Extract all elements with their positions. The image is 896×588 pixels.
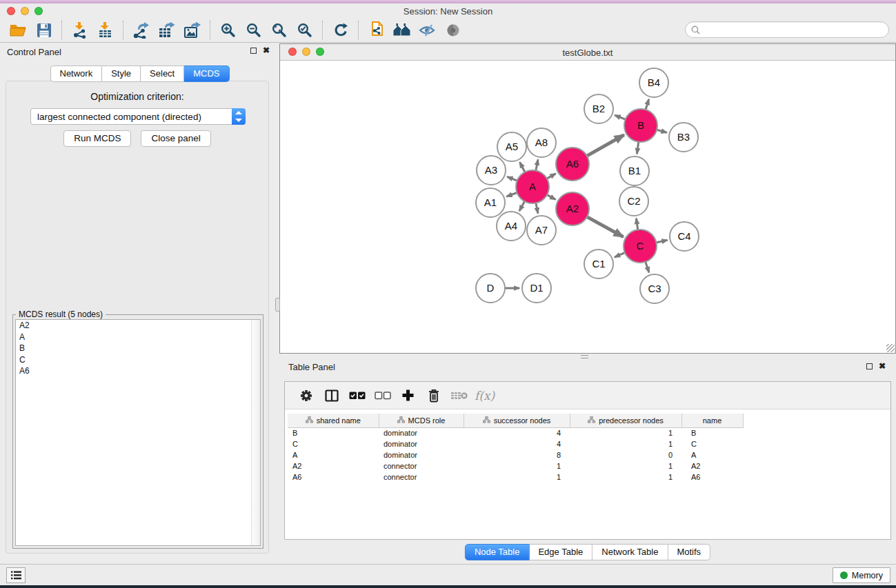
graph-node-A[interactable]: A (516, 170, 549, 203)
run-mcds-button[interactable]: Run MCDS (63, 130, 131, 147)
table-settings-button[interactable] (293, 385, 319, 407)
table-cell[interactable]: 8 (464, 449, 570, 460)
graph-node-B2[interactable]: B2 (584, 94, 613, 123)
close-panel-icon[interactable]: ✖ (263, 47, 270, 54)
table-cell[interactable]: 1 (464, 472, 570, 483)
table-cell[interactable]: A2 (681, 460, 743, 472)
mcds-result-item[interactable]: A2 (16, 320, 260, 332)
task-history-button[interactable] (6, 567, 26, 583)
table-cell[interactable]: 1 (570, 438, 681, 449)
delete-table-button[interactable] (446, 385, 472, 407)
export-image-button[interactable] (179, 20, 205, 41)
column-header-shared-name[interactable]: shared name (288, 414, 379, 427)
import-table-button[interactable] (92, 20, 118, 41)
graph-node-A5[interactable]: A5 (497, 132, 526, 161)
column-header-MCDS-role[interactable]: MCDS role (379, 414, 464, 427)
mcds-result-item[interactable]: C (16, 354, 260, 366)
zoom-fit-button[interactable] (266, 20, 292, 41)
graph-node-C4[interactable]: C4 (670, 222, 699, 251)
export-table-button[interactable] (154, 20, 179, 41)
table-cell[interactable]: dominator (379, 438, 464, 449)
table-cell[interactable]: A (288, 449, 379, 460)
table-cell[interactable]: C (681, 438, 743, 449)
close-table-panel-icon[interactable]: ✖ (879, 363, 886, 369)
table-cell[interactable]: C (288, 438, 379, 449)
table-row[interactable]: Adominator80A (288, 449, 743, 460)
table-cell[interactable]: dominator (379, 449, 464, 460)
import-network-button[interactable] (67, 20, 92, 41)
graph-node-B4[interactable]: B4 (639, 68, 668, 97)
show-panels-button[interactable] (440, 20, 466, 41)
table-row[interactable]: A6connector11A6 (288, 472, 743, 483)
float-panel-icon[interactable] (250, 48, 257, 54)
window-resize-handle[interactable] (886, 344, 895, 352)
mcds-result-list[interactable]: A2ABCA6 (15, 319, 261, 546)
network-document-button[interactable] (364, 20, 389, 41)
table-cell[interactable]: A2 (288, 460, 379, 472)
tab-edge-table[interactable]: Edge Table (529, 544, 593, 560)
table-cell[interactable]: A6 (681, 472, 743, 483)
result-scrollbar[interactable] (251, 320, 260, 545)
function-builder-button[interactable]: f(x) (475, 389, 495, 403)
hide-panels-button[interactable] (415, 20, 440, 41)
tab-select[interactable]: Select (141, 65, 184, 82)
table-cell[interactable]: B (681, 427, 743, 438)
refresh-view-button[interactable] (328, 20, 353, 41)
zoom-out-button[interactable] (241, 20, 266, 41)
memory-button[interactable]: Memory (833, 567, 890, 583)
column-header-successor-nodes[interactable]: successor nodes (464, 414, 570, 427)
graph-node-D1[interactable]: D1 (522, 274, 551, 303)
column-header-name[interactable]: name (681, 414, 743, 427)
search-input[interactable] (704, 25, 883, 34)
table-cell[interactable]: dominator (379, 427, 464, 438)
graph-node-C1[interactable]: C1 (584, 250, 613, 278)
network-canvas[interactable]: B4B2BB3A5A8A6B1A3AA1C2A2A4A7C4CC1C3DD1 (280, 61, 895, 353)
home-button[interactable] (389, 20, 415, 41)
graph-edge-A6-B[interactable] (586, 135, 624, 156)
create-column-button[interactable] (395, 385, 421, 407)
graph-node-B[interactable]: B (624, 109, 657, 142)
zoom-selected-button[interactable] (292, 20, 317, 41)
optimization-criterion-dropdown[interactable]: largest connected component (directed) (30, 108, 246, 125)
graph-edge-A2-C[interactable] (586, 216, 623, 237)
table-cell[interactable]: 1 (464, 460, 570, 472)
table-cell[interactable]: connector (379, 460, 464, 472)
search-field[interactable] (685, 21, 889, 38)
graph-node-C2[interactable]: C2 (619, 187, 648, 216)
table-row[interactable]: Bdominator41B (288, 427, 743, 438)
open-session-button[interactable] (6, 20, 31, 41)
splitter-grip-vertical[interactable] (275, 298, 280, 312)
zoom-in-button[interactable] (215, 20, 241, 41)
graph-node-D[interactable]: D (476, 274, 505, 303)
tab-style[interactable]: Style (102, 65, 141, 82)
table-cell[interactable]: A6 (288, 472, 379, 483)
graph-node-C3[interactable]: C3 (640, 274, 669, 303)
table-cell[interactable]: 0 (570, 449, 681, 460)
table-row[interactable]: Cdominator41C (288, 438, 743, 449)
table-row[interactable]: A2connector11A2 (288, 460, 743, 472)
graph-node-A6[interactable]: A6 (556, 148, 589, 181)
close-panel-button[interactable]: Close panel (141, 130, 210, 147)
mcds-result-item[interactable]: B (16, 343, 260, 354)
delete-column-button[interactable] (421, 385, 446, 407)
tab-node-table[interactable]: Node Table (465, 544, 530, 560)
graph-node-C[interactable]: C (624, 230, 657, 263)
show-column-button[interactable] (319, 385, 344, 407)
tab-mcds[interactable]: MCDS (184, 65, 229, 82)
graph-node-A4[interactable]: A4 (497, 212, 526, 241)
graph-node-A8[interactable]: A8 (527, 128, 556, 157)
table-cell[interactable]: 1 (570, 460, 681, 472)
splitter-grip-horizontal[interactable] (581, 355, 588, 358)
mcds-result-item[interactable]: A6 (16, 365, 260, 377)
table-cell[interactable]: 4 (464, 438, 570, 449)
graph-node-A2[interactable]: A2 (556, 192, 589, 225)
export-network-button[interactable] (128, 20, 154, 41)
table-cell[interactable]: connector (379, 472, 464, 483)
tab-network-table[interactable]: Network Table (593, 544, 668, 560)
graph-node-B1[interactable]: B1 (620, 156, 649, 185)
graph-node-A7[interactable]: A7 (527, 216, 556, 245)
table-cell[interactable]: 4 (464, 427, 570, 438)
graph-node-A3[interactable]: A3 (477, 156, 506, 185)
dropdown-stepper-icon[interactable] (232, 108, 246, 125)
unselect-all-button[interactable] (370, 385, 395, 407)
